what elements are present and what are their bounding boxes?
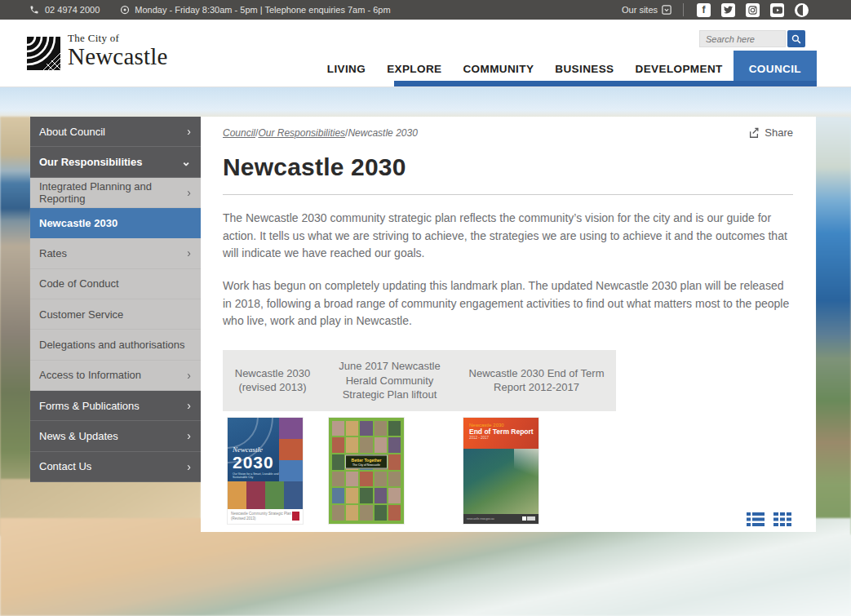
documents-caption-row: Newcastle 2030 (revised 2013) June 2017 … (223, 350, 616, 411)
document-thumbnail-herald-liftout[interactable]: Better Together The City of Newcastle (329, 418, 404, 524)
council-mini-logo (522, 516, 535, 521)
sidebar-item-label: News & Updates (39, 430, 118, 442)
sidebar-item-label: About Council (39, 126, 105, 138)
chevron-right-icon: › (187, 126, 191, 137)
cover-aerial-photo (463, 449, 539, 514)
youtube-icon[interactable] (770, 3, 784, 17)
cover-photo-strip (228, 481, 303, 509)
search-icon (791, 34, 801, 44)
our-sites-label: Our sites (622, 5, 658, 15)
sidebar-item-news-updates[interactable]: News & Updates › (30, 421, 201, 451)
dropdown-box-icon (662, 5, 671, 15)
sidebar-item-label: Code of Conduct (39, 277, 119, 290)
breadcrumb-current-page: Newcastle 2030 (348, 127, 417, 139)
update-paragraph: Work has begun on completely updating th… (223, 277, 795, 330)
topbar-divider (683, 3, 684, 16)
caption-herald-liftout: June 2017 Newcastle Herald Community Str… (322, 350, 457, 411)
document-thumbnail-end-of-term-report[interactable]: Newcastle 2030 End of Term Report 2012 -… (463, 418, 539, 524)
instagram-icon[interactable] (746, 3, 760, 17)
logo-text-large: Newcastle (68, 45, 168, 69)
sidebar-item-label: Customer Service (39, 308, 123, 321)
page-title: Newcastle 2030 (223, 153, 793, 181)
view-toggle (747, 512, 791, 526)
sidebar-item-delegations[interactable]: Delegations and authorisations (30, 330, 201, 360)
cover-center-label: Better Together The City of Newcastle (345, 455, 388, 469)
council-sidebar-menu: About Council › Our Responsibilities ⌄ I… (30, 117, 201, 482)
chevron-down-icon: ⌄ (181, 156, 191, 167)
logo-mark-icon (27, 37, 60, 70)
document-thumbnail-newcastle-2030[interactable]: Newcastle 2030 Our Vision for a Smart, L… (228, 418, 303, 524)
chevron-right-icon: › (187, 461, 191, 472)
council-red-logo (292, 512, 299, 521)
cover-line2: End of Term Report (469, 428, 539, 436)
sidebar-item-newcastle-2030[interactable]: Newcastle 2030 (30, 208, 201, 238)
sidebar-item-forms-publications[interactable]: Forms & Publications › (30, 391, 201, 421)
sidebar-item-contact-us[interactable]: Contact Us › (30, 452, 201, 482)
share-label: Share (765, 126, 793, 139)
cover-tagline: Our Vision for a Smart, Liveable and Sus… (233, 472, 279, 479)
site-header: The City of Newcastle LIVING EXPLORE COM… (0, 20, 851, 87)
cover-photo-mosaic (279, 418, 303, 481)
title-divider (223, 194, 793, 195)
sidebar-item-label: Forms & Publications (39, 400, 140, 412)
sidebar-item-rates[interactable]: Rates › (30, 238, 201, 268)
clock-icon (120, 5, 130, 15)
documents-thumbnail-row: Newcastle 2030 Our Vision for a Smart, L… (223, 418, 616, 524)
topbar-phone-number[interactable]: 02 4974 2000 (45, 5, 100, 15)
share-button[interactable]: Share (748, 126, 793, 139)
search-button[interactable] (787, 30, 805, 47)
main-content-panel: Council / Our Responsibilities / Newcast… (201, 117, 816, 532)
sidebar-item-label: Access to Information (39, 369, 141, 381)
caption-newcastle-2030-revised: Newcastle 2030 (revised 2013) (223, 350, 322, 411)
sidebar-item-our-responsibilities[interactable]: Our Responsibilities ⌄ (30, 147, 201, 177)
twitter-icon[interactable] (721, 3, 735, 17)
nav-living[interactable]: LIVING (317, 51, 376, 86)
topbar-hours: Monday - Friday 8:30am - 5pm | Telephone… (135, 5, 390, 15)
breadcrumb-our-responsibilities[interactable]: Our Responsibilities (258, 127, 345, 139)
nav-underline-bar (394, 81, 817, 86)
intro-paragraph: The Newcastle 2030 community strategic p… (223, 210, 795, 263)
grid-view-icon[interactable] (773, 512, 791, 526)
breadcrumb-council[interactable]: Council (223, 127, 255, 139)
city-of-newcastle-logo[interactable]: The City of Newcastle (27, 33, 168, 70)
search-input[interactable] (699, 30, 786, 47)
cover-footer-text: newcastle.nsw.gov.au (467, 517, 494, 521)
our-sites-dropdown[interactable]: Our sites (622, 5, 671, 15)
chevron-right-icon: › (187, 430, 191, 441)
list-view-icon[interactable] (747, 512, 765, 526)
sidebar-item-code-of-conduct[interactable]: Code of Conduct (30, 269, 201, 299)
site-search (699, 30, 805, 47)
cover-footer-text: Newcastle Community Strategic Plan (Revi… (231, 512, 292, 521)
sidebar-item-access-to-information[interactable]: Access to Information › (30, 361, 201, 391)
cover-big-title: 2030 (233, 454, 279, 471)
cover-line3: 2012 - 2017 (469, 436, 539, 440)
sidebar-item-label: Our Responsibilities (39, 156, 142, 168)
documents-table: Newcastle 2030 (revised 2013) June 2017 … (223, 350, 616, 524)
breadcrumb: Council / Our Responsibilities / Newcast… (223, 126, 793, 139)
caption-end-of-term-report: Newcastle 2030 End of Term Report 2012-2… (457, 350, 616, 411)
sidebar-item-label: Contact Us (39, 460, 91, 472)
sidebar-item-label: Rates (39, 247, 67, 259)
share-icon (748, 127, 760, 139)
chevron-right-icon: › (187, 187, 191, 198)
sidebar-item-integrated-planning[interactable]: Integrated Planning and Reporting › (30, 178, 201, 208)
sidebar-item-about-council[interactable]: About Council › (30, 117, 201, 147)
sidebar-item-customer-service[interactable]: Customer Service (30, 299, 201, 330)
chevron-right-icon: › (187, 247, 191, 259)
chevron-right-icon: › (187, 400, 191, 411)
sidebar-item-label: Newcastle 2030 (39, 217, 117, 229)
facebook-icon[interactable]: f (697, 3, 711, 17)
logo-text-small: The City of (68, 33, 168, 43)
chevron-right-icon: › (187, 370, 191, 381)
sidebar-item-label: Delegations and authorisations (39, 339, 185, 351)
top-utility-bar: 02 4974 2000 Monday - Friday 8:30am - 5p… (0, 0, 851, 20)
contrast-icon[interactable] (795, 3, 809, 17)
sidebar-item-label: Integrated Planning and Reporting (39, 180, 187, 205)
phone-icon (29, 5, 39, 15)
